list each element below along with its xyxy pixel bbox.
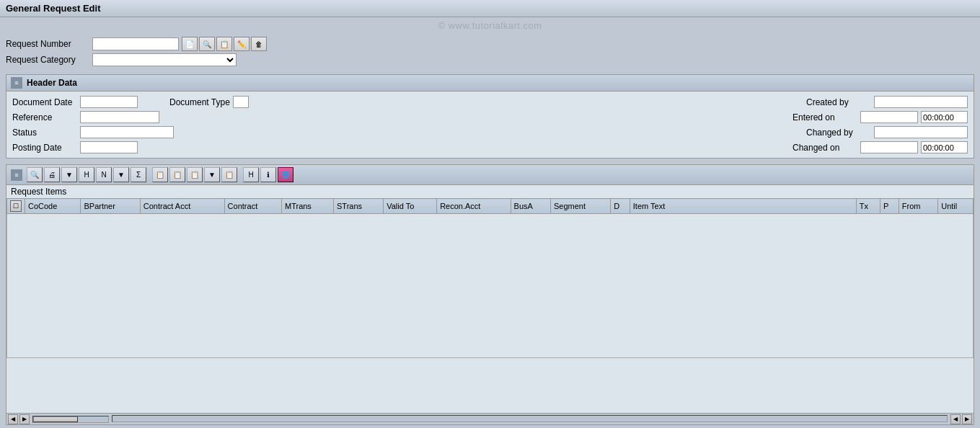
right-scroll-arrows: ◀ ▶ — [949, 414, 974, 424]
header-section-label: Header Data — [27, 78, 77, 88]
header-row-4: Posting Date Changed on — [12, 141, 968, 153]
items-tbody — [7, 214, 974, 358]
entered-on-time[interactable] — [921, 111, 968, 123]
scroll-thumb-inner[interactable] — [33, 416, 78, 422]
edit-button[interactable]: ✏️ — [234, 37, 250, 51]
table-header-row: ☐ CoCode BPartner Contract Acct Contract… — [7, 199, 974, 214]
scroll-track-right-inner[interactable] — [112, 415, 948, 422]
items-tb-copy1[interactable]: 📋 — [152, 167, 168, 182]
posting-date-label: Posting Date — [12, 143, 77, 153]
new-doc-button[interactable]: 📄 — [182, 37, 198, 51]
delete-button[interactable]: 🗑 — [251, 37, 267, 51]
doc-type-input[interactable] — [233, 96, 249, 108]
request-number-row: Request Number 📄 🔍 📋 ✏️ 🗑 — [6, 37, 974, 51]
col-contract: Contract — [224, 199, 281, 214]
items-tb-filter2[interactable]: ▼ — [113, 167, 129, 182]
col-bpartner: BPartner — [81, 199, 140, 214]
col-cocode: CoCode — [25, 199, 81, 214]
copy-button[interactable]: 📋 — [216, 37, 232, 51]
request-category-select[interactable] — [92, 53, 237, 66]
find-button[interactable]: 🔍 — [199, 37, 215, 51]
changed-on-time[interactable] — [921, 141, 968, 153]
top-form: Request Number 📄 🔍 📋 ✏️ 🗑 Request Catego… — [0, 34, 980, 71]
title-text: General Request Edit — [6, 3, 100, 14]
created-by-group: Created by — [806, 96, 968, 108]
doc-date-group: Document Date Document Type — [12, 96, 803, 108]
doc-date-label: Document Date — [12, 97, 77, 107]
items-label: Request Items — [6, 185, 974, 198]
posting-date-group: Posting Date — [12, 141, 790, 153]
items-tb-globe[interactable]: 🌐 — [278, 167, 293, 182]
entered-on-label: Entered on — [793, 112, 857, 122]
reference-input[interactable] — [80, 111, 159, 123]
scroll-track-right — [110, 414, 949, 424]
request-category-row: Request Category — [6, 53, 974, 66]
changed-on-input[interactable] — [860, 141, 918, 153]
items-tb-info[interactable]: ℹ — [260, 167, 276, 182]
col-until: Until — [938, 199, 974, 214]
header-icon: ≡ — [11, 77, 22, 89]
col-recon-acct: Recon.Acct — [437, 199, 511, 214]
items-tb-h1[interactable]: H — [79, 167, 94, 182]
col-mtrans: MTrans — [282, 199, 334, 214]
empty-row — [7, 214, 974, 358]
request-number-input[interactable] — [92, 37, 179, 50]
page-title: General Request Edit — [0, 0, 980, 17]
header-data-title: ≡ Header Data — [6, 75, 974, 92]
col-d: D — [611, 199, 630, 214]
col-tx: Tx — [856, 199, 880, 214]
items-tb-n[interactable]: N — [96, 167, 112, 182]
scroll-right2-button[interactable]: ◀ — [950, 414, 961, 424]
bottom-scrollbar: ◀ ▶ ◀ ▶ — [6, 413, 974, 424]
items-tb-sum[interactable]: Σ — [131, 167, 146, 182]
request-toolbar: 📄 🔍 📋 ✏️ 🗑 — [182, 37, 267, 51]
left-scroll-arrows: ◀ ▶ — [6, 414, 31, 424]
items-table-area: ☐ CoCode BPartner Contract Acct Contract… — [6, 198, 974, 413]
items-tb-filter3[interactable]: ▼ — [204, 167, 220, 182]
col-p: P — [880, 199, 899, 214]
status-group: Status — [12, 126, 803, 138]
status-label: Status — [12, 128, 77, 138]
posting-date-input[interactable] — [80, 141, 138, 153]
scroll-track-left — [31, 414, 110, 424]
items-tb-h2[interactable]: H — [243, 167, 259, 182]
col-busa: BusA — [511, 199, 550, 214]
items-tb-find[interactable]: 🔍 — [27, 167, 43, 182]
items-tb-copy4[interactable]: 📋 — [221, 167, 237, 182]
items-tb-filter[interactable]: ▼ — [61, 167, 77, 182]
header-row-3: Status Changed by — [12, 126, 968, 138]
col-from: From — [899, 199, 937, 214]
col-item-text: Item Text — [630, 199, 856, 214]
items-toolbar: ≡ 🔍 🖨 ▼ H N ▼ Σ 📋 📋 📋 ▼ 📋 H ℹ 🌐 — [6, 165, 974, 185]
scroll-right-button[interactable]: ▶ — [19, 414, 30, 424]
created-by-input[interactable] — [874, 96, 968, 108]
changed-on-group: Changed on — [793, 141, 968, 153]
created-by-label: Created by — [806, 97, 871, 107]
changed-by-group: Changed by — [806, 126, 968, 138]
items-table: ☐ CoCode BPartner Contract Acct Contract… — [6, 198, 974, 358]
changed-by-input[interactable] — [874, 126, 968, 138]
checkbox-icon[interactable]: ☐ — [10, 200, 22, 212]
status-input[interactable] — [80, 126, 174, 138]
doc-date-input[interactable] — [80, 96, 138, 108]
items-section: ≡ 🔍 🖨 ▼ H N ▼ Σ 📋 📋 📋 ▼ 📋 H ℹ 🌐 Request … — [6, 164, 974, 425]
scroll-left-button[interactable]: ◀ — [8, 414, 18, 424]
header-row-2: Reference Entered on — [12, 111, 968, 123]
request-category-label: Request Category — [6, 55, 92, 65]
items-tb-copy2[interactable]: 📋 — [169, 167, 185, 182]
col-checkbox: ☐ — [7, 199, 25, 214]
items-tb-print[interactable]: 🖨 — [44, 167, 60, 182]
col-valid-to: Valid To — [384, 199, 437, 214]
header-data-body: Document Date Document Type Created by R… — [6, 92, 974, 158]
reference-group: Reference — [12, 111, 790, 123]
col-strans: STrans — [334, 199, 384, 214]
doc-type-label: Document Type — [169, 97, 230, 107]
scroll-right3-button[interactable]: ▶ — [962, 414, 972, 424]
scroll-thumb-left[interactable] — [32, 416, 109, 423]
request-number-label: Request Number — [6, 39, 92, 49]
items-tb-copy3[interactable]: 📋 — [187, 167, 203, 182]
header-data-section: ≡ Header Data Document Date Document Typ… — [6, 74, 974, 159]
changed-on-label: Changed on — [793, 143, 857, 153]
entered-on-input[interactable] — [860, 111, 918, 123]
watermark: © www.tutorialkart.com — [0, 17, 980, 34]
